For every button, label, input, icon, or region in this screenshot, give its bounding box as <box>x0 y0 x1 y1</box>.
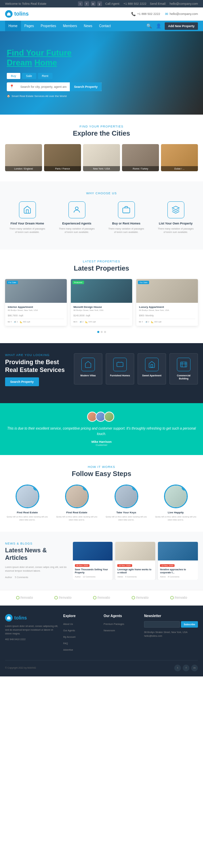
why-label: Why Choose Us <box>5 192 198 195</box>
property-addr-1: 66 Brollyn Street, New York, USA <box>74 309 130 311</box>
nav-home[interactable]: Home <box>5 21 21 31</box>
step-num-2: 03 <box>132 485 138 491</box>
avatar-3 <box>104 412 114 422</box>
footer-link-newsroom[interactable]: Newsroom <box>104 629 115 632</box>
top-bar-welcome: Welcome to Tolins Real Estate <box>5 2 46 5</box>
envato-icon-1: ⬡ <box>54 595 58 600</box>
user-icon[interactable]: 👤 <box>155 23 162 29</box>
top-bar: Welcome to Tolins Real Estate t f in y C… <box>0 0 203 7</box>
property-body-1: Monolit Design House 66 Brollyn Street, … <box>71 303 133 326</box>
service-name-2: Sweet Apartment <box>141 374 163 377</box>
tab-sale[interactable]: Sale <box>22 73 36 79</box>
tab-rent[interactable]: Rent <box>38 73 53 79</box>
city-label-london: London / England <box>5 166 42 171</box>
dot-3[interactable] <box>104 331 106 333</box>
service-name-3: Commercial Building <box>172 374 195 380</box>
envato-logo-2: ⬡ #envato <box>93 595 110 600</box>
why-grid: Find Your Dream Home There many variatio… <box>5 196 198 239</box>
footer-link-advertise[interactable]: Advertise <box>63 649 73 651</box>
footer-link-agents[interactable]: Our Agents <box>63 629 75 632</box>
footer-link-about[interactable]: About Us <box>63 623 73 625</box>
hero-tabs: Buy Sale Rent <box>7 73 102 79</box>
news-sidebar-meta: Author 5 Comments <box>5 576 68 578</box>
email-address: hello@company.com <box>169 2 198 5</box>
newsletter-input[interactable] <box>144 621 180 628</box>
search-input[interactable] <box>17 82 70 91</box>
property-card-0[interactable]: For Sale Interior Appartment 66 Brollyn … <box>5 279 67 326</box>
social-links: t f in y <box>78 1 102 6</box>
news-card-1[interactable]: 10 Nov, 2020 Leverage agile frame works … <box>115 542 155 579</box>
nav-properties[interactable]: Properties <box>37 21 60 31</box>
city-card-dubai[interactable]: Dubai / ... <box>161 144 198 171</box>
testimonial-author: Mike Harrison <box>7 440 196 443</box>
footer-social: t f in <box>174 665 198 671</box>
properties-title: Latest Properties <box>5 264 198 272</box>
news-label: News & Blogs <box>5 542 68 545</box>
services-search-button[interactable]: Search Property <box>5 377 39 386</box>
footer-link-account[interactable]: My Account <box>63 636 75 638</box>
footer-logo-icon <box>5 614 13 622</box>
search-icon[interactable]: 🔍 <box>146 23 153 29</box>
step-title-3: Live Happily <box>154 511 198 514</box>
why-icon-3 <box>167 201 184 218</box>
newsletter-button[interactable]: Subscribe <box>181 621 198 628</box>
nav-pages[interactable]: Pages <box>21 21 37 31</box>
tab-buy[interactable]: Buy <box>7 73 20 79</box>
step-num-3: 04 <box>182 485 188 491</box>
facebook-icon[interactable]: f <box>84 1 89 6</box>
logo-icon <box>5 10 13 18</box>
explore-section: Find Your Properties Explore the Cities … <box>0 115 203 181</box>
footer-twitter-icon[interactable]: t <box>174 665 181 671</box>
city-card-newyork[interactable]: New York / USA <box>83 144 120 171</box>
beds-1: 🛏 6 <box>74 321 77 323</box>
property-price-0: $86,7600 /sqft <box>8 313 64 317</box>
header-phone-number: +1 888 502 2222 <box>137 12 160 16</box>
nav-news[interactable]: News <box>80 21 96 31</box>
twitter-icon[interactable]: t <box>78 1 83 6</box>
property-card-1[interactable]: Featured Monolit Design House 66 Brollyn… <box>71 279 133 326</box>
svg-rect-2 <box>117 362 123 367</box>
city-card-paris[interactable]: Paris / France <box>44 144 81 171</box>
step-image-3: 04 <box>164 485 188 508</box>
explore-label: Find Your Properties <box>5 125 198 128</box>
footer-newsletter: Newsletter Subscribe 68 Brollyn Straten … <box>144 614 198 653</box>
why-icon-1 <box>68 201 85 218</box>
envato-logo-4: ⬡ #envato <box>170 595 187 600</box>
youtube-icon[interactable]: y <box>97 1 102 6</box>
baths-2: 🚿 2 <box>145 321 149 323</box>
search-button[interactable]: Search Property <box>70 82 102 91</box>
dot-2[interactable] <box>101 331 103 333</box>
footer-facebook-icon[interactable]: f <box>183 665 189 671</box>
city-label-dubai: Dubai / ... <box>161 166 198 171</box>
news-title-2: Iterative approaches to corporate f... <box>160 568 196 574</box>
newsletter-form: Subscribe <box>144 621 198 628</box>
footer-instagram-icon[interactable]: in <box>191 665 198 671</box>
news-date-1: 10 Nov, 2020 <box>117 564 132 567</box>
city-card-london[interactable]: London / England <box>5 144 42 171</box>
footer-grid: tolins Lorem ipsum dolor sit amet, conse… <box>5 614 198 653</box>
logo[interactable]: tolins <box>5 10 29 18</box>
nav-members[interactable]: Members <box>60 21 81 31</box>
header-email-addr: hello@company.com <box>169 12 198 16</box>
service-icon-0 <box>81 358 95 371</box>
instagram-icon[interactable]: in <box>91 1 96 6</box>
footer-link-premium[interactable]: Premium Packages <box>104 623 124 625</box>
testimonial-text: This is due to their excellent service, … <box>7 426 196 437</box>
nav-contact[interactable]: Contact <box>96 21 114 31</box>
news-comments: 5 Comments <box>15 576 28 578</box>
dot-1[interactable] <box>97 331 99 333</box>
property-addr-0: 66 Brollyn Street, New York, USA <box>8 309 64 311</box>
nav-links: Home Pages Properties Members News Conta… <box>5 21 114 31</box>
add-property-button[interactable]: Add New Property <box>165 22 198 30</box>
property-card-2[interactable]: For Sale Luxury Appartment 66 Brollyn St… <box>136 279 198 326</box>
step-num-0: 01 <box>33 485 39 491</box>
news-card-0[interactable]: 05 Nov, 2020 Save Thousands Selling Your… <box>73 542 113 579</box>
news-card-2[interactable]: 12 Nov, 2020 Iterative approaches to cor… <box>158 542 198 579</box>
why-card-2: Buy or Rent Homes There many variation o… <box>104 196 148 239</box>
footer-link-faq[interactable]: FAQ <box>63 642 68 645</box>
city-card-rome[interactable]: Rome / Turkey <box>122 144 159 171</box>
footer-links-heading: Our Agents <box>104 614 139 618</box>
sqft-1: 📐 544 sqft <box>85 321 96 323</box>
hero-badge: 🏠 Smart Real Estate Services All over th… <box>7 95 102 98</box>
envato-icon-3: ⬡ <box>131 595 135 600</box>
